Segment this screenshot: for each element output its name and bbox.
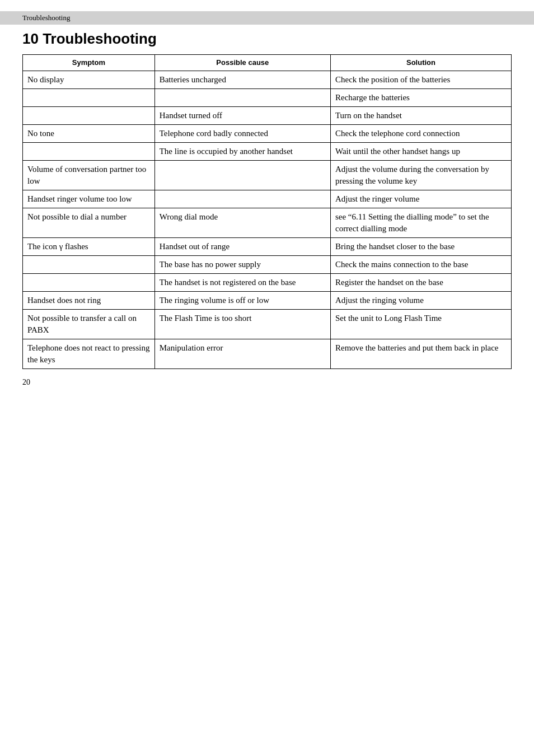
cell-cause: Telephone cord badly connected [154,125,330,143]
cell-symptom: Not possible to transfer a call on PABX [23,310,155,339]
cell-solution: Check the mains connection to the base [330,256,511,274]
cell-symptom: The icon γ flashes [23,238,155,256]
table-row: Not possible to dial a numberWrong dial … [23,208,512,238]
cell-symptom: Volume of conversation partner too low [23,161,155,190]
cell-solution: Turn on the handset [330,107,511,125]
troubleshooting-table: Symptom Possible cause Solution No displ… [22,54,512,369]
cell-symptom [23,89,155,107]
table-row: No toneTelephone cord badly connectedChe… [23,125,512,143]
cell-cause: The Flash Time is too short [154,310,330,339]
table-row: The icon γ flashesHandset out of rangeBr… [23,238,512,256]
cell-cause [154,161,330,190]
cell-cause: Wrong dial mode [154,208,330,238]
cell-cause: The base has no power supply [154,256,330,274]
table-row: Handset does not ringThe ringing volume … [23,292,512,310]
cell-solution: Remove the batteries and put them back i… [330,339,511,369]
cell-symptom: No tone [23,125,155,143]
cell-symptom: Not possible to dial a number [23,208,155,238]
table-row: Recharge the batteries [23,89,512,107]
cell-cause: Manipulation error [154,339,330,369]
cell-symptom [23,274,155,292]
header-solution: Solution [330,55,511,71]
cell-symptom [23,143,155,161]
breadcrumb: Troubleshooting [22,13,70,22]
table-row: No displayBatteries unchargedCheck the p… [23,71,512,89]
page-number: 20 [22,378,512,387]
cell-solution: Adjust the ringer volume [330,190,511,208]
cell-symptom [23,256,155,274]
header-cause: Possible cause [154,55,330,71]
cell-solution: Set the unit to Long Flash Time [330,310,511,339]
table-row: The line is occupied by another handsetW… [23,143,512,161]
cell-solution: Check the position of the batteries [330,71,511,89]
cell-symptom: No display [23,71,155,89]
cell-cause [154,190,330,208]
cell-cause: Handset turned off [154,107,330,125]
cell-symptom [23,107,155,125]
cell-cause: Batteries uncharged [154,71,330,89]
cell-solution: Bring the handset closer to the base [330,238,511,256]
table-row: Telephone does not react to pressing the… [23,339,512,369]
table-row: Handset turned offTurn on the handset [23,107,512,125]
cell-symptom: Telephone does not react to pressing the… [23,339,155,369]
cell-solution: Register the handset on the base [330,274,511,292]
top-bar: Troubleshooting [0,11,534,25]
table-header-row: Symptom Possible cause Solution [23,55,512,71]
cell-solution: Check the telephone cord connection [330,125,511,143]
table-row: Handset ringer volume too lowAdjust the … [23,190,512,208]
cell-solution: see “6.11 Setting the dialling mode” to … [330,208,511,238]
page-title: 10 Troubleshooting [22,30,512,48]
table-row: Volume of conversation partner too lowAd… [23,161,512,190]
cell-solution: Adjust the ringing volume [330,292,511,310]
cell-symptom: Handset does not ring [23,292,155,310]
table-row: Not possible to transfer a call on PABXT… [23,310,512,339]
cell-cause: The handset is not registered on the bas… [154,274,330,292]
cell-solution: Adjust the volume during the conversatio… [330,161,511,190]
table-row: The handset is not registered on the bas… [23,274,512,292]
header-symptom: Symptom [23,55,155,71]
table-row: The base has no power supplyCheck the ma… [23,256,512,274]
cell-cause: The line is occupied by another handset [154,143,330,161]
cell-cause: The ringing volume is off or low [154,292,330,310]
cell-solution: Wait until the other handset hangs up [330,143,511,161]
cell-cause: Handset out of range [154,238,330,256]
cell-cause [154,89,330,107]
cell-symptom: Handset ringer volume too low [23,190,155,208]
cell-solution: Recharge the batteries [330,89,511,107]
